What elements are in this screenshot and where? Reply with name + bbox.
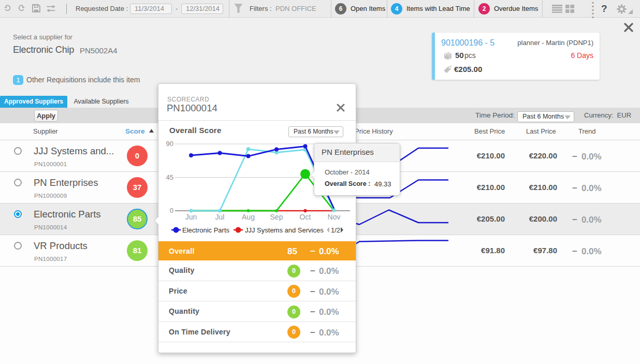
svg-text:Sep: Sep: [270, 213, 283, 221]
svg-text:Nov: Nov: [328, 213, 341, 221]
svg-text:Jun: Jun: [185, 213, 197, 221]
svg-text:45: 45: [166, 173, 173, 181]
svg-text:Electronic Parts: Electronic Parts: [182, 226, 230, 234]
svg-text:JJJ Systems and Services: JJJ Systems and Services: [245, 226, 324, 234]
svg-text:Aug: Aug: [242, 213, 255, 221]
svg-text:Jul: Jul: [215, 213, 225, 221]
svg-text:90: 90: [166, 140, 173, 148]
svg-text:0: 0: [170, 207, 173, 214]
svg-text:1/2: 1/2: [331, 226, 340, 234]
svg-text:Oct: Oct: [300, 213, 311, 221]
